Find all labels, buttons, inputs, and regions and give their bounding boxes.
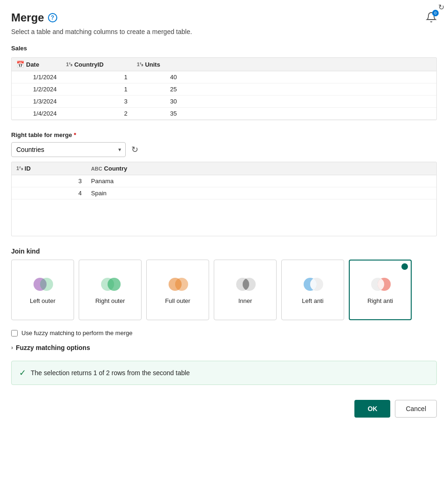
left-outer-venn-icon [31, 276, 55, 293]
sales-col-countryid: 1²₃ CountryID [61, 58, 132, 71]
cell-countryid-2: 1 [61, 83, 132, 96]
cell-empty-4 [182, 108, 436, 120]
inner-venn-icon [233, 276, 258, 293]
dialog-subtitle: Select a table and matching columns to c… [11, 28, 437, 35]
sales-table-header-row: 📅 Date 1²₃ CountryID 1²₃ Units [12, 58, 436, 71]
help-icon[interactable]: ? [48, 13, 57, 22]
selected-indicator [401, 263, 408, 270]
cell-countryid-4: 2 [61, 108, 132, 120]
countryid-type-icon: 1²₃ [66, 62, 73, 68]
join-option-full-outer-label: Full outer [165, 297, 190, 304]
right-outer-venn-icon [98, 276, 122, 293]
fuzzy-matching-checkbox[interactable] [11, 330, 18, 336]
sales-label: Sales [11, 45, 27, 52]
cell-empty-c2 [182, 187, 436, 199]
country-type-icon: ABC [91, 166, 102, 172]
join-kind-label: Join kind [11, 247, 437, 255]
join-option-right-outer[interactable]: Right outer [79, 260, 142, 320]
table-row: 1/1/2024 1 40 [12, 71, 436, 83]
table-row: 3 Panama [12, 175, 436, 187]
sales-table: 📅 Date 1²₃ CountryID 1²₃ Units [12, 58, 436, 120]
checkmark-icon: ✓ [19, 368, 26, 378]
table-row: 1/3/2024 3 30 [12, 96, 436, 108]
sales-refresh-button[interactable]: ↻ [438, 3, 444, 12]
fuzzy-options-toggle[interactable]: › Fuzzy matching options [11, 344, 437, 351]
sales-col-empty [182, 58, 436, 71]
cell-units-3: 30 [132, 96, 182, 108]
countries-col-country-label: Country [104, 165, 127, 172]
cell-date-1: 1/1/2024 [12, 71, 61, 83]
table-row: 4 Spain [12, 187, 436, 199]
result-banner-text: The selection returns 1 of 2 rows from t… [31, 369, 190, 377]
fuzzy-options-label: Fuzzy matching options [16, 344, 90, 351]
notification-icon[interactable]: 0 [426, 12, 437, 24]
cancel-button[interactable]: Cancel [395, 400, 437, 418]
sales-table-container: 📅 Date 1²₃ CountryID 1²₃ Units [11, 57, 437, 120]
join-option-full-outer[interactable]: Full outer [146, 260, 209, 320]
countries-col-id: 1²₃ ID [12, 162, 87, 175]
cell-empty-2 [182, 83, 436, 96]
cell-empty-3 [182, 96, 436, 108]
countries-col-country: ABC Country [87, 162, 182, 175]
cell-empty-c1 [182, 175, 436, 187]
svg-point-5 [175, 278, 188, 291]
sales-col-date-label: Date [26, 61, 39, 68]
fuzzy-matching-label[interactable]: Use fuzzy matching to perform the merge [21, 329, 132, 336]
svg-point-3 [108, 278, 121, 291]
join-options-group: Left outer Right outer Full outer [11, 260, 437, 320]
right-table-dropdown[interactable]: Countries Sales [11, 142, 126, 157]
ok-button[interactable]: OK [354, 400, 390, 418]
sales-col-units: 1²₃ Units [132, 58, 182, 71]
dropdown-container: Countries Sales ▾ ↻ [11, 142, 437, 157]
cell-id-2: 4 [12, 187, 87, 199]
footer-buttons: OK Cancel [11, 400, 437, 418]
sales-col-countryid-label: CountryID [74, 61, 103, 68]
cell-units-4: 35 [132, 108, 182, 120]
right-table-dropdown-wrapper: Countries Sales ▾ [11, 142, 126, 157]
join-option-left-anti[interactable]: Left anti [281, 260, 344, 320]
sales-section-header: Sales ↻ [11, 45, 437, 55]
cell-units-2: 25 [132, 83, 182, 96]
join-option-right-outer-label: Right outer [95, 297, 125, 304]
date-type-icon: 📅 [16, 61, 24, 68]
cell-countryid-1: 1 [61, 71, 132, 83]
fuzzy-matching-row: Use fuzzy matching to perform the merge [11, 329, 437, 336]
right-table-label: Right table for merge * [11, 131, 437, 138]
right-table-section: Right table for merge * Countries Sales … [11, 131, 437, 157]
table-row: 1/4/2024 2 35 [12, 108, 436, 120]
notification-badge: 0 [432, 10, 439, 16]
cell-country-2: Spain [87, 187, 182, 199]
join-option-inner[interactable]: Inner [214, 260, 277, 320]
countries-header-row: 1²₃ ID ABC Country [12, 162, 436, 175]
join-option-left-outer[interactable]: Left outer [11, 260, 74, 320]
full-outer-venn-icon [166, 276, 190, 293]
join-option-left-outer-label: Left outer [30, 297, 55, 304]
countries-table-container: 1²₃ ID ABC Country 3 Panama [11, 162, 437, 236]
title-area: Merge ? [11, 11, 57, 24]
cell-date-3: 1/3/2024 [12, 96, 61, 108]
join-option-right-anti-label: Right anti [367, 297, 393, 304]
cell-date-2: 1/2/2024 [12, 83, 61, 96]
svg-point-1 [40, 278, 53, 291]
countries-table: 1²₃ ID ABC Country 3 Panama [12, 162, 436, 199]
join-option-inner-label: Inner [238, 297, 252, 304]
dialog-header: Merge ? 0 [11, 11, 437, 24]
right-anti-venn-icon [368, 276, 393, 293]
required-star: * [74, 131, 76, 138]
join-kind-section: Join kind Left outer Right outer Full ou [11, 247, 437, 320]
left-anti-venn-icon [301, 276, 325, 293]
result-banner: ✓ The selection returns 1 of 2 rows from… [11, 361, 437, 385]
cell-countryid-3: 3 [61, 96, 132, 108]
sales-col-units-label: Units [145, 61, 160, 68]
cell-units-1: 40 [132, 71, 182, 83]
chevron-right-icon: › [11, 344, 13, 351]
cell-id-1: 3 [12, 175, 87, 187]
countries-refresh-button[interactable]: ↻ [131, 144, 138, 155]
countries-col-id-label: ID [25, 165, 31, 172]
join-option-right-anti[interactable]: Right anti [349, 260, 412, 320]
dialog-title: Merge [11, 11, 44, 24]
countries-col-empty [182, 162, 436, 175]
id-type-icon: 1²₃ [16, 165, 23, 172]
cell-country-1: Panama [87, 175, 182, 187]
cell-date-4: 1/4/2024 [12, 108, 61, 120]
